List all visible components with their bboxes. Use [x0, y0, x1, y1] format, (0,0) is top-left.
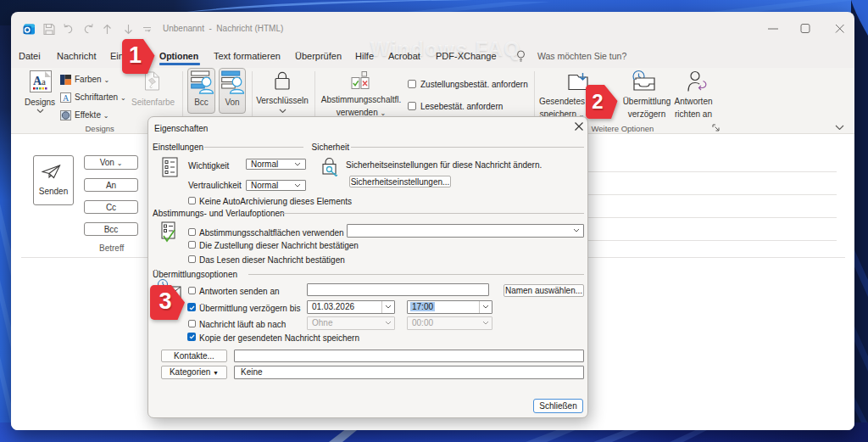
svg-text:A: A	[63, 93, 70, 103]
svg-text:a: a	[42, 76, 46, 87]
